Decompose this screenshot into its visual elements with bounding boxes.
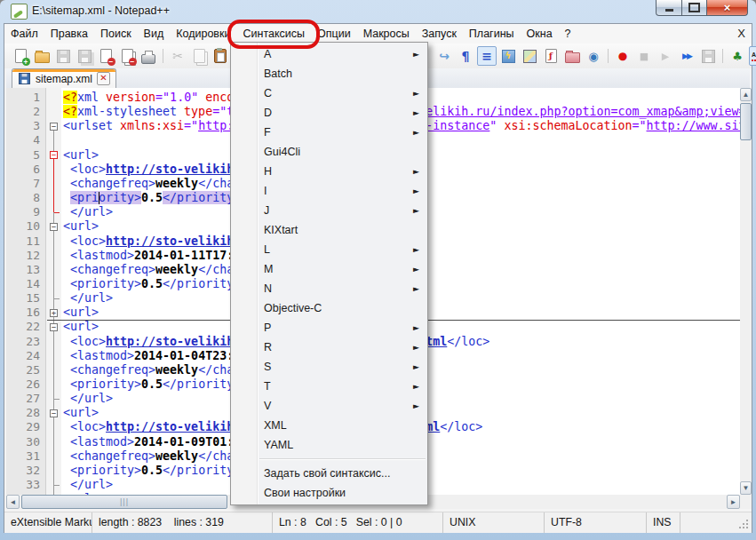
fold-collapse-icon[interactable]: − [50,323,58,331]
line-number: 16 [6,306,40,320]
user-lang-icon[interactable]: ϟ [498,46,518,66]
editor-line: <priority>0.5</priority> [63,464,241,478]
code-segment-tag: <priority> [70,464,141,477]
menubar-item-вид[interactable]: Вид [138,25,171,44]
show-all-chars-icon[interactable]: ¶ [456,46,475,66]
menubar-item-опции[interactable]: Опции [311,25,357,44]
menu-item-objective-c[interactable]: Objective-C [231,298,427,318]
submenu-arrow-icon: ► [413,201,419,220]
code-segment-txt: weekly [155,177,198,190]
menubar-item-?[interactable]: ? [559,25,577,44]
line-number: 31 [6,449,40,464]
menubar-item-макросы[interactable]: Макросы [357,25,416,44]
close-document-button[interactable]: X [737,26,745,42]
menu-item-batch[interactable]: Batch [231,64,427,83]
line-number: 22 [6,320,40,334]
menubar-item-окна[interactable]: Окна [521,25,559,44]
macro-run-multi-icon[interactable]: ▶▶ [677,46,696,66]
menubar-item-синтаксисы[interactable]: Синтаксисы [236,25,311,44]
maximize-button[interactable] [682,0,707,16]
menu-item-i[interactable]: I► [231,181,427,201]
copy-icon[interactable] [189,46,209,66]
resize-grip-icon[interactable] [738,519,749,529]
menu-item-kixtart[interactable]: KIXtart [231,220,427,240]
menu-item-t[interactable]: T► [231,377,427,396]
indent-guide-icon[interactable]: ≡ [477,46,497,66]
menu-item-label: C [264,87,272,99]
monitor-icon[interactable]: ◉ [584,46,603,66]
menu-item-p[interactable]: P► [231,318,427,338]
macro-stop-icon[interactable]: ■ [634,46,654,66]
close-file-icon[interactable]: − [96,46,115,66]
tab-close-icon[interactable]: ✕ [97,72,110,85]
scroll-right-icon[interactable]: ► [727,495,740,509]
menubar-item-правка[interactable]: Правка [44,25,94,44]
paste-icon[interactable] [211,46,230,66]
vertical-scrollbar[interactable]: ▲ ▼ [740,88,752,495]
vertical-scroll-thumb[interactable] [740,103,752,140]
macro-play-icon[interactable]: ▶ [656,46,675,66]
menu-item-xml[interactable]: XML [231,416,427,435]
menubar-item-запуск[interactable]: Запуск [416,25,463,44]
code-segment-pl [177,105,184,118]
menu-item-задать-свой-синтаксис-[interactable]: Задать свой синтаксис... [231,464,427,483]
fold-collapse-icon[interactable]: − [50,223,58,231]
editor-line: <url> [63,219,99,234]
fold-collapse-icon[interactable]: − [50,123,58,131]
line-number: 24 [6,349,40,363]
title-bar[interactable]: E:\sitemap.xml - Notepad++ × [0,0,756,23]
menu-item-свои-настройки[interactable]: Свои настройки [231,483,427,503]
print-icon[interactable] [139,46,158,66]
maximize-icon [688,3,700,12]
close-all-icon[interactable]: − [117,46,137,66]
menu-item-label: J [264,204,269,217]
fold-collapse-icon[interactable]: − [50,151,58,159]
folder-workspace-icon[interactable] [562,46,582,66]
minimize-button[interactable] [656,0,682,16]
menu-item-label: L [264,243,270,256]
menu-item-j[interactable]: J► [231,201,427,220]
horizontal-scroll-thumb[interactable]: ||| [21,495,227,509]
save-icon[interactable] [53,46,73,66]
scroll-up-icon[interactable]: ▲ [740,88,752,101]
scroll-down-icon[interactable]: ▼ [740,481,752,495]
new-file-icon[interactable]: + [11,46,30,66]
code-segment-tag: </loc> [440,420,482,433]
macro-save-icon[interactable] [698,46,718,66]
menu-item-d[interactable]: D► [231,103,427,123]
menu-item-n[interactable]: N► [231,279,427,298]
tab-sitemap-xml[interactable]: sitemap.xml ✕ [12,68,116,88]
menu-item-l[interactable]: L► [231,240,427,259]
menu-item-gui4cli[interactable]: Gui4Cli [231,142,427,162]
menu-item-f[interactable]: F► [231,123,427,142]
menu-item-c[interactable]: C► [231,83,427,103]
menu-item-m[interactable]: M► [231,259,427,279]
run-icon[interactable]: ♣ [728,46,747,66]
submenu-arrow-icon: ► [413,181,419,201]
fold-collapse-icon[interactable]: − [50,409,58,417]
menubar-item-файл[interactable]: Файл [4,25,44,44]
menubar-item-поиск[interactable]: Поиск [94,25,138,44]
menu-item-a[interactable]: A► [231,44,427,64]
scroll-left-icon[interactable]: ◄ [6,495,20,509]
menu-item-yaml[interactable]: YAML [231,435,427,455]
code-segment-pl [63,205,70,218]
status-field-2: Ln : 8 Col : 5 Sel : 0 | 0 [273,512,443,533]
menu-item-r[interactable]: R► [231,338,427,357]
spell-check-icon[interactable]: ABC [749,46,756,66]
menu-item-h[interactable]: H► [231,162,427,181]
doc-map-icon[interactable] [520,46,539,66]
fold-expand-icon[interactable]: + [50,309,58,317]
menubar-item-плагины[interactable]: Плагины [463,25,521,44]
open-file-icon[interactable] [32,46,52,66]
redo-icon[interactable]: ↪ [434,46,454,66]
macro-record-icon[interactable]: ● [613,46,633,66]
close-button[interactable]: × [707,0,748,16]
menu-item-s[interactable]: S► [231,357,427,377]
menu-item-label: XML [264,419,287,432]
function-list-icon[interactable]: ƒ [541,46,561,66]
menubar-item-кодировки[interactable]: Кодировки [170,25,236,44]
cut-icon[interactable]: ✂ [168,46,187,66]
save-all-icon[interactable] [75,46,94,66]
menu-item-v[interactable]: V► [231,396,427,416]
